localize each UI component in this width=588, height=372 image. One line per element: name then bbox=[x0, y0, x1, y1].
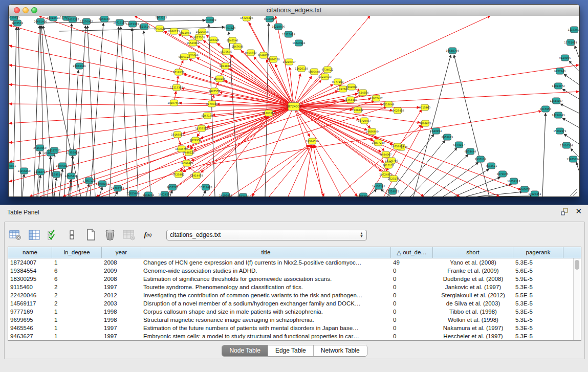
column-header-short[interactable]: short bbox=[433, 247, 513, 258]
column-header-title[interactable]: title bbox=[141, 247, 391, 258]
graph-node[interactable]: 5972215 bbox=[156, 16, 167, 20]
graph-node[interactable]: 16782759 bbox=[111, 185, 124, 191]
graph-node[interactable]: 7515526 bbox=[139, 24, 150, 30]
graph-node[interactable]: 16099489 bbox=[180, 160, 193, 166]
graph-node[interactable]: 18033459 bbox=[357, 193, 369, 196]
graph-node[interactable]: 9498222 bbox=[183, 149, 194, 156]
network-canvas[interactable]: 9405572206914068550813183136141128071410… bbox=[9, 16, 579, 196]
graph-node[interactable]: 16199409 bbox=[219, 192, 232, 196]
graph-node[interactable]: 11156859 bbox=[17, 168, 30, 174]
graph-node[interactable]: 15886520 bbox=[267, 56, 279, 62]
graph-node[interactable]: 12923448 bbox=[126, 190, 139, 196]
import-checks-icon[interactable] bbox=[47, 229, 60, 241]
graph-node[interactable]: 16353554 bbox=[195, 125, 208, 132]
graph-node[interactable]: 14136141 bbox=[372, 183, 385, 189]
graph-node[interactable]: 16033809 bbox=[203, 17, 216, 23]
graph-node[interactable]: 9634232 bbox=[143, 192, 154, 196]
graph-node[interactable]: 10927451 bbox=[528, 191, 541, 196]
graph-node[interactable]: 2867608 bbox=[232, 43, 243, 50]
table-row[interactable]: 1872400712008Changes of HCN gene express… bbox=[8, 258, 581, 267]
close-icon[interactable]: ✕ bbox=[575, 208, 582, 215]
graph-node[interactable]: 9170046 bbox=[206, 101, 217, 107]
graph-node[interactable]: 13958107 bbox=[96, 181, 108, 187]
graph-node[interactable]: 7857224 bbox=[224, 25, 235, 31]
graph-node[interactable]: 17016504 bbox=[560, 142, 573, 148]
graph-node[interactable]: 9827508 bbox=[193, 34, 205, 40]
graph-node[interactable]: 7625402 bbox=[173, 171, 184, 178]
column-header-name[interactable]: name bbox=[8, 247, 52, 258]
column-header-in_degree[interactable]: in_degree bbox=[52, 247, 102, 258]
graph-node[interactable]: 7462669 bbox=[346, 84, 357, 90]
column-header-pagerank[interactable]: pagerank bbox=[513, 247, 563, 258]
new-document-icon[interactable] bbox=[84, 229, 98, 241]
graph-node[interactable]: 9129966 bbox=[559, 55, 571, 61]
graph-node[interactable]: 10975887 bbox=[56, 163, 69, 169]
graph-node[interactable]: 9832465 bbox=[237, 193, 249, 196]
graph-node[interactable]: 9115460 bbox=[419, 104, 430, 111]
graph-node[interactable]: 7632621 bbox=[486, 163, 497, 169]
graph-node[interactable]: 1154519 bbox=[51, 171, 62, 178]
graph-node[interactable]: 8186328 bbox=[208, 37, 219, 43]
table-row[interactable]: 1938455462009Genome-wide association stu… bbox=[8, 267, 581, 275]
graph-node[interactable]: 18226058 bbox=[195, 29, 208, 35]
graph-node[interactable]: 15751074 bbox=[564, 39, 577, 46]
graph-node[interactable]: 16640941 bbox=[292, 40, 305, 46]
vertical-scrollbar[interactable] bbox=[573, 258, 580, 340]
graph-node[interactable]: 9546546 bbox=[227, 37, 238, 43]
graph-node[interactable]: 19166857 bbox=[171, 132, 184, 138]
graph-node[interactable]: 6216049 bbox=[383, 101, 394, 107]
graph-node[interactable]: 18724007 bbox=[286, 103, 302, 111]
graph-node[interactable]: 7663822 bbox=[154, 26, 165, 32]
graph-node[interactable]: 12093872 bbox=[552, 83, 564, 89]
graph-node[interactable]: 12444197 bbox=[550, 98, 562, 104]
table-settings-icon[interactable] bbox=[9, 229, 22, 241]
table-row[interactable]: 969969511998Structural magnetic resonanc… bbox=[8, 316, 581, 324]
graph-node[interactable]: 8550851 bbox=[9, 163, 16, 169]
graph-node[interactable]: 20691406 bbox=[34, 18, 47, 25]
column-header-out_degree[interactable]: △ out_de… bbox=[391, 247, 433, 258]
graph-node[interactable]: 16210643 bbox=[552, 112, 564, 118]
graph-node[interactable]: 9684067 bbox=[380, 151, 391, 158]
table-select-dropdown[interactable]: citations_edges.txt ▲▼ bbox=[166, 230, 367, 240]
graph-node[interactable]: 8813054 bbox=[264, 16, 275, 22]
graph-node[interactable]: 2718176 bbox=[173, 69, 184, 75]
graph-node[interactable]: 8454749 bbox=[245, 50, 256, 56]
graph-node[interactable]: 8215953 bbox=[540, 106, 551, 112]
graph-node[interactable]: 18107554 bbox=[167, 100, 180, 106]
table-row[interactable]: 1830029562008Estimation of significance … bbox=[8, 275, 581, 283]
graph-node[interactable]: 15892971 bbox=[553, 128, 566, 134]
graph-node[interactable]: 1615132 bbox=[383, 162, 394, 168]
graph-node[interactable]: 12213393 bbox=[170, 84, 183, 91]
graph-node[interactable]: 9699695 bbox=[420, 120, 431, 126]
graph-node[interactable]: 2935114 bbox=[475, 156, 486, 162]
graph-node[interactable]: 11183656 bbox=[568, 27, 579, 33]
table-row[interactable]: 977716911998Corpus callosum shape and si… bbox=[8, 308, 581, 316]
trash-icon[interactable] bbox=[103, 229, 117, 241]
table-row[interactable]: 946362711997Embryonic stem cells: a mode… bbox=[8, 332, 581, 340]
graph-node[interactable]: 18313614 bbox=[47, 16, 59, 21]
network-view-window[interactable]: citations_edges.txt 94055722069140685508… bbox=[8, 4, 580, 197]
graph-node[interactable]: 2803144 bbox=[214, 76, 225, 82]
graph-node[interactable]: 8958923 bbox=[442, 134, 453, 140]
tab-edge-table[interactable]: Edge Table bbox=[268, 345, 314, 356]
graph-node[interactable]: 13325419 bbox=[282, 31, 295, 37]
graph-node[interactable]: 3624554 bbox=[357, 90, 368, 96]
graph-node[interactable]: 6734022 bbox=[322, 67, 333, 73]
tab-node-table[interactable]: Node Table bbox=[222, 345, 268, 356]
show-columns-icon[interactable] bbox=[28, 229, 41, 241]
graph-node[interactable]: 10654112 bbox=[507, 178, 520, 184]
table-row[interactable]: 946554611997Estimation of the future num… bbox=[8, 324, 581, 332]
graph-node[interactable]: 13220357 bbox=[282, 59, 295, 65]
graph-node[interactable]: 20053346 bbox=[73, 63, 85, 69]
graph-node[interactable]: 9245652 bbox=[519, 186, 530, 192]
graph-node[interactable]: 6466160 bbox=[99, 16, 110, 22]
graph-node[interactable]: 16720407 bbox=[358, 118, 371, 124]
graph-node[interactable]: 9427552 bbox=[209, 88, 220, 94]
column-header-year[interactable]: year bbox=[102, 247, 141, 258]
graph-node[interactable]: 9990448 bbox=[309, 69, 320, 75]
row-height-icon[interactable] bbox=[66, 229, 79, 241]
graph-node[interactable]: 8267150 bbox=[202, 113, 213, 119]
graph-node[interactable]: 9474444 bbox=[465, 148, 476, 155]
graph-node[interactable]: 19218506 bbox=[272, 24, 285, 30]
graph-node[interactable]: 12342757 bbox=[34, 169, 47, 175]
